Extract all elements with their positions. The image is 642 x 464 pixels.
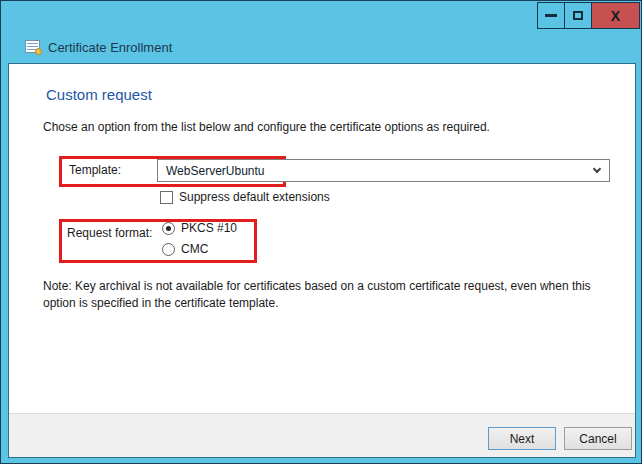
titlebar: Certificate Enrollment [25, 39, 172, 55]
radio-pkcs10[interactable] [162, 222, 175, 235]
radio-pkcs10-label[interactable]: PKCS #10 [181, 221, 237, 235]
next-button[interactable]: Next [488, 427, 556, 450]
maximize-icon [573, 11, 583, 20]
close-icon: x [611, 9, 620, 23]
minimize-icon [545, 14, 557, 17]
template-combobox[interactable]: WebServerUbuntu [157, 159, 610, 182]
certificate-enrollment-window: x Certificate Enrollment Custom request … [0, 0, 642, 464]
radio-cmc-label[interactable]: CMC [181, 242, 208, 256]
close-button[interactable]: x [591, 2, 640, 29]
dialog-body: Custom request Chose an option from the … [8, 63, 636, 458]
window-title: Certificate Enrollment [48, 40, 172, 55]
dialog-footer: Next Cancel [9, 413, 635, 457]
certificate-icon [25, 39, 42, 55]
suppress-extensions-label[interactable]: Suppress default extensions [179, 190, 330, 204]
chevron-down-icon [593, 165, 601, 173]
maximize-button[interactable] [564, 2, 592, 29]
request-format-label: Request format: [67, 226, 152, 240]
note-line-2: option is specified in the certificate t… [43, 296, 278, 310]
minimize-button[interactable] [537, 2, 565, 29]
page-title: Custom request [46, 86, 152, 103]
page-description: Chose an option from the list below and … [43, 120, 490, 134]
combobox-dropdown-zone[interactable] [587, 160, 609, 181]
template-combobox-value: WebServerUbuntu [166, 164, 265, 178]
note-line-1: Note: Key archival is not available for … [43, 279, 591, 293]
cancel-button[interactable]: Cancel [564, 427, 632, 450]
window-controls: x [538, 2, 640, 29]
template-label: Template: [69, 163, 121, 177]
radio-cmc[interactable] [162, 243, 175, 256]
suppress-extensions-checkbox[interactable] [160, 191, 173, 204]
note-text: Note: Key archival is not available for … [43, 278, 635, 312]
